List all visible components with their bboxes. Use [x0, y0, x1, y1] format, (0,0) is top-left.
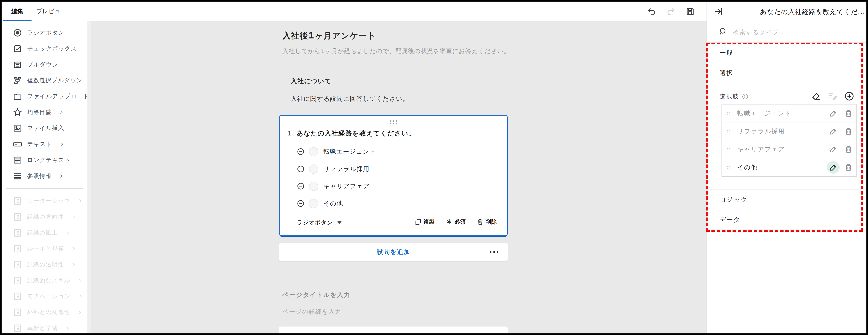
edit-choice-icon[interactable] — [829, 127, 837, 136]
section-logic[interactable]: ロジック — [707, 190, 868, 210]
doc-list-icon — [13, 228, 22, 238]
option-label[interactable]: リファラル採用 — [323, 165, 370, 173]
add-question-bar: 設問を追加 — [279, 243, 508, 261]
question-card[interactable]: 1. あなたの入社経路を教えてください。 転職エージェント リファラル採用 キャ — [279, 115, 508, 236]
drag-handle-icon[interactable] — [727, 112, 730, 115]
question-text[interactable]: あなたの入社経路を教えてください。 — [297, 129, 415, 138]
sidebar-item-equal-scale[interactable]: 均等目盛 — [2, 104, 87, 120]
sidebar-item-checkbox[interactable]: チェックボックス — [2, 41, 87, 57]
sidebar-item-multiselect[interactable]: 複数選択プルダウン — [2, 73, 87, 88]
option-row: 転職エージェント — [297, 147, 376, 157]
sidebar-item-org-direction: 組織の方向性 — [2, 209, 87, 225]
choice-row-active[interactable]: その他 — [722, 158, 856, 176]
sidebar-item-radio[interactable]: ラジオボタン — [2, 25, 87, 41]
undo-icon[interactable] — [647, 7, 656, 16]
option-label[interactable]: 転職エージェント — [323, 147, 376, 156]
bulk-edit-icon — [828, 91, 838, 101]
chevron-right-icon — [71, 262, 76, 267]
sidebar-item-label: 均等目盛 — [27, 108, 52, 116]
delete-button[interactable]: 削除 — [477, 218, 497, 226]
edit-choice-highlight[interactable] — [827, 161, 840, 174]
duplicate-button[interactable]: 複製 — [415, 218, 435, 226]
section-general[interactable]: 一般 — [707, 43, 868, 63]
chevron-right-icon — [65, 231, 70, 235]
section-description[interactable]: 入社に関する設問に回答してください。 — [291, 95, 409, 103]
sidebar-item-file-upload[interactable]: ファイルアップロード — [2, 88, 87, 105]
chevron-right-icon — [65, 326, 70, 331]
doc-list-icon — [13, 308, 22, 317]
sidebar-item-label: 参照情報 — [27, 172, 52, 180]
text-field-icon — [13, 140, 22, 149]
form-description[interactable]: 入社してから1ヶ月が経ちましたので、配属後の状況を率直にお答えください。 — [282, 47, 510, 55]
remove-option-icon[interactable] — [297, 182, 305, 190]
delete-choice-icon[interactable] — [844, 127, 852, 136]
chevron-right-icon — [78, 310, 82, 314]
star-icon — [13, 108, 22, 117]
drag-handle-icon[interactable] — [727, 166, 730, 169]
page-description-input[interactable]: ページの詳細を入力 — [282, 308, 341, 316]
remove-option-icon[interactable] — [297, 165, 305, 173]
sidebar-item-file-insert[interactable]: ファイル挿入 — [2, 120, 87, 136]
help-icon[interactable]: ? — [742, 93, 748, 100]
sidebar-item-text[interactable]: テキスト — [2, 136, 87, 152]
edit-choice-icon[interactable] — [829, 109, 837, 117]
choice-row[interactable]: リファラル採用 — [722, 122, 856, 140]
checkbox-icon — [13, 44, 22, 53]
delete-choice-icon[interactable] — [844, 109, 852, 117]
choice-row[interactable]: キャリアフェア — [722, 140, 856, 158]
add-choice-icon[interactable] — [844, 91, 854, 101]
radio-circle[interactable] — [309, 164, 318, 174]
image-icon — [13, 123, 22, 133]
radio-circle[interactable] — [309, 147, 318, 156]
remove-option-icon[interactable] — [297, 199, 305, 207]
next-question-card-partial — [279, 327, 508, 335]
tab-edit[interactable]: 編集 — [3, 2, 32, 21]
drag-handle-icon[interactable] — [727, 130, 730, 133]
option-label[interactable]: キャリアフェア — [323, 182, 370, 190]
radio-circle[interactable] — [309, 182, 318, 191]
redo-icon — [666, 7, 675, 16]
sidebar-item-pulldown[interactable]: プルダウン — [2, 57, 87, 73]
sidebar-item-label: 組織の風土 — [27, 229, 58, 237]
option-row: その他 — [297, 199, 343, 208]
sidebar-item-label: リーダーシップ — [27, 197, 70, 205]
eraser-icon[interactable] — [811, 91, 821, 101]
page-title-input[interactable]: ページタイトルを入力 — [282, 290, 350, 299]
search-input[interactable]: 検索するタイプ... — [707, 21, 868, 43]
question-number: 1. — [287, 130, 293, 137]
section-select[interactable]: 選択 — [707, 63, 868, 83]
choices-table: 転職エージェント リファラル採用 キャリアフェア — [721, 104, 857, 177]
remove-option-icon[interactable] — [297, 148, 305, 156]
sidebar-item-label: ラジオボタン — [27, 29, 65, 37]
option-label[interactable]: その他 — [323, 199, 343, 207]
form-title[interactable]: 入社後1ヶ月アンケート — [282, 30, 376, 41]
delete-choice-icon[interactable] — [844, 145, 852, 153]
edit-choice-icon[interactable] — [829, 163, 837, 171]
add-question-button[interactable]: 設問を追加 — [279, 243, 508, 261]
drag-handle-icon[interactable] — [390, 120, 397, 124]
choice-label: その他 — [737, 163, 757, 171]
save-icon[interactable] — [686, 7, 695, 16]
choice-row[interactable]: 転職エージェント — [722, 105, 856, 122]
edit-choice-icon[interactable] — [829, 145, 837, 153]
question-type-label: ラジオボタン — [297, 219, 333, 226]
sidebar-scrollbar[interactable] — [87, 21, 91, 335]
caret-down-icon — [337, 221, 342, 224]
section-title[interactable]: 入社について — [291, 77, 332, 86]
sidebar-item-label: ルールと規範 — [27, 245, 64, 253]
sidebar-item-longtext[interactable]: ロングテキスト — [2, 152, 87, 168]
sidebar-item-label: 複数選択プルダウン — [27, 77, 83, 84]
drag-handle-icon[interactable] — [727, 148, 730, 150]
more-options-icon[interactable] — [490, 251, 498, 253]
sidebar-item-label: 組織的なスキル — [27, 277, 70, 284]
radio-circle[interactable] — [309, 199, 318, 208]
section-data[interactable]: データ — [707, 210, 868, 230]
sidebar-item-label: ロングテキスト — [27, 156, 71, 164]
sidebar-item-label: テキスト — [27, 140, 52, 148]
required-button[interactable]: 必須 — [446, 218, 466, 226]
delete-choice-icon[interactable] — [844, 163, 852, 171]
sidebar-item-reference[interactable]: 参照情報 — [2, 168, 87, 184]
question-type-dropdown[interactable]: ラジオボタン — [297, 219, 342, 226]
tab-preview[interactable]: プレビュー — [35, 2, 68, 21]
collapse-panel-icon[interactable] — [714, 7, 723, 16]
